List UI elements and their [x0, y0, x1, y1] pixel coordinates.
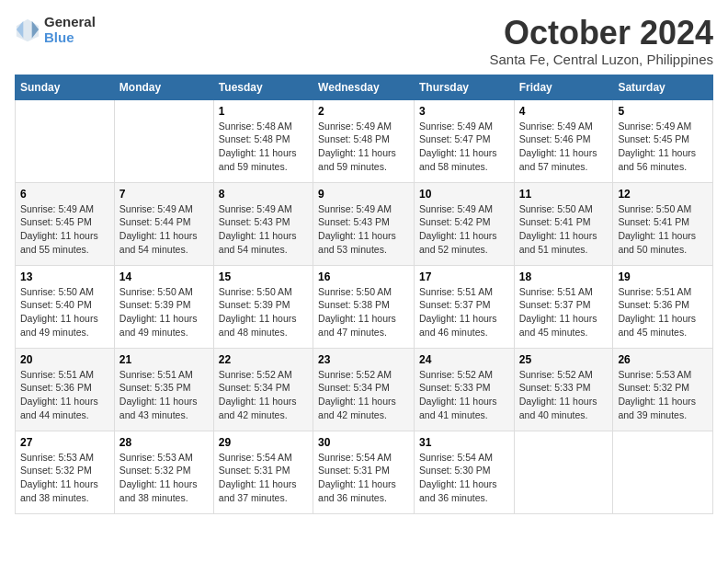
calendar-cell: 13Sunrise: 5:50 AM Sunset: 5:40 PM Dayli… — [16, 265, 115, 348]
day-info: Sunrise: 5:48 AM Sunset: 5:48 PM Dayligh… — [219, 120, 308, 174]
week-row-2: 13Sunrise: 5:50 AM Sunset: 5:40 PM Dayli… — [16, 265, 713, 348]
week-row-4: 27Sunrise: 5:53 AM Sunset: 5:32 PM Dayli… — [16, 431, 713, 513]
calendar-cell — [114, 99, 213, 182]
calendar-cell — [613, 431, 713, 513]
calendar-cell: 21Sunrise: 5:51 AM Sunset: 5:35 PM Dayli… — [114, 348, 213, 431]
calendar-cell — [514, 431, 613, 513]
day-number: 31 — [419, 436, 509, 449]
calendar-cell: 28Sunrise: 5:53 AM Sunset: 5:32 PM Dayli… — [114, 431, 213, 513]
calendar-cell: 30Sunrise: 5:54 AM Sunset: 5:31 PM Dayli… — [313, 431, 415, 513]
day-number: 8 — [219, 188, 308, 201]
day-info: Sunrise: 5:53 AM Sunset: 5:32 PM Dayligh… — [119, 451, 209, 505]
location-title: Santa Fe, Central Luzon, Philippines — [490, 52, 713, 67]
day-number: 19 — [618, 270, 708, 283]
calendar-cell: 16Sunrise: 5:50 AM Sunset: 5:38 PM Dayli… — [313, 265, 415, 348]
header-friday: Friday — [514, 75, 613, 99]
day-info: Sunrise: 5:49 AM Sunset: 5:48 PM Dayligh… — [318, 120, 409, 174]
day-number: 14 — [119, 270, 209, 283]
day-number: 3 — [419, 105, 509, 118]
calendar-cell: 22Sunrise: 5:52 AM Sunset: 5:34 PM Dayli… — [213, 348, 313, 431]
calendar-cell — [16, 99, 115, 182]
day-number: 6 — [20, 188, 109, 201]
day-number: 26 — [618, 353, 708, 366]
header-saturday: Saturday — [613, 75, 713, 99]
day-info: Sunrise: 5:51 AM Sunset: 5:37 PM Dayligh… — [519, 285, 609, 339]
day-info: Sunrise: 5:53 AM Sunset: 5:32 PM Dayligh… — [618, 368, 708, 422]
day-number: 18 — [519, 270, 609, 283]
calendar-cell: 11Sunrise: 5:50 AM Sunset: 5:41 PM Dayli… — [514, 182, 613, 265]
calendar-cell: 10Sunrise: 5:49 AM Sunset: 5:42 PM Dayli… — [414, 182, 514, 265]
day-info: Sunrise: 5:49 AM Sunset: 5:42 PM Dayligh… — [419, 202, 509, 257]
logo-blue: Blue — [44, 30, 96, 46]
day-info: Sunrise: 5:51 AM Sunset: 5:36 PM Dayligh… — [618, 285, 708, 339]
calendar-cell: 27Sunrise: 5:53 AM Sunset: 5:32 PM Dayli… — [16, 431, 115, 513]
header-monday: Monday — [114, 75, 213, 99]
day-info: Sunrise: 5:49 AM Sunset: 5:46 PM Dayligh… — [519, 120, 609, 174]
day-number: 30 — [318, 436, 409, 449]
day-number: 7 — [119, 188, 209, 201]
day-number: 17 — [419, 270, 509, 283]
calendar-cell: 17Sunrise: 5:51 AM Sunset: 5:37 PM Dayli… — [414, 265, 514, 348]
calendar-cell: 3Sunrise: 5:49 AM Sunset: 5:47 PM Daylig… — [414, 99, 514, 182]
calendar-cell: 29Sunrise: 5:54 AM Sunset: 5:31 PM Dayli… — [213, 431, 313, 513]
day-info: Sunrise: 5:49 AM Sunset: 5:47 PM Dayligh… — [419, 120, 509, 174]
day-info: Sunrise: 5:54 AM Sunset: 5:31 PM Dayligh… — [318, 451, 409, 505]
day-info: Sunrise: 5:49 AM Sunset: 5:43 PM Dayligh… — [318, 202, 409, 257]
day-number: 9 — [318, 188, 409, 201]
week-row-0: 1Sunrise: 5:48 AM Sunset: 5:48 PM Daylig… — [16, 99, 713, 182]
calendar-cell: 2Sunrise: 5:49 AM Sunset: 5:48 PM Daylig… — [313, 99, 415, 182]
day-info: Sunrise: 5:50 AM Sunset: 5:38 PM Dayligh… — [318, 285, 409, 339]
month-title: October 2024 — [490, 15, 713, 52]
day-number: 22 — [219, 353, 308, 366]
day-info: Sunrise: 5:51 AM Sunset: 5:37 PM Dayligh… — [419, 285, 509, 339]
calendar-cell: 14Sunrise: 5:50 AM Sunset: 5:39 PM Dayli… — [114, 265, 213, 348]
day-number: 28 — [119, 436, 209, 449]
week-row-1: 6Sunrise: 5:49 AM Sunset: 5:45 PM Daylig… — [16, 182, 713, 265]
day-number: 25 — [519, 353, 609, 366]
day-number: 24 — [419, 353, 509, 366]
page-header: General Blue October 2024 Santa Fe, Cent… — [15, 15, 713, 67]
day-info: Sunrise: 5:50 AM Sunset: 5:41 PM Dayligh… — [618, 202, 708, 257]
calendar-cell: 25Sunrise: 5:52 AM Sunset: 5:33 PM Dayli… — [514, 348, 613, 431]
calendar-cell: 12Sunrise: 5:50 AM Sunset: 5:41 PM Dayli… — [613, 182, 713, 265]
day-info: Sunrise: 5:50 AM Sunset: 5:40 PM Dayligh… — [20, 285, 109, 339]
day-number: 16 — [318, 270, 409, 283]
calendar-cell: 31Sunrise: 5:54 AM Sunset: 5:30 PM Dayli… — [414, 431, 514, 513]
day-number: 12 — [618, 188, 708, 201]
day-number: 29 — [219, 436, 308, 449]
logo-icon — [15, 17, 40, 43]
day-info: Sunrise: 5:49 AM Sunset: 5:43 PM Dayligh… — [219, 202, 308, 257]
calendar-cell: 5Sunrise: 5:49 AM Sunset: 5:45 PM Daylig… — [613, 99, 713, 182]
day-info: Sunrise: 5:49 AM Sunset: 5:45 PM Dayligh… — [20, 202, 109, 257]
logo-text: General Blue — [44, 15, 96, 45]
calendar-table: SundayMondayTuesdayWednesdayThursdayFrid… — [15, 75, 713, 514]
day-info: Sunrise: 5:52 AM Sunset: 5:34 PM Dayligh… — [219, 368, 308, 422]
day-info: Sunrise: 5:50 AM Sunset: 5:39 PM Dayligh… — [119, 285, 209, 339]
calendar-cell: 26Sunrise: 5:53 AM Sunset: 5:32 PM Dayli… — [613, 348, 713, 431]
calendar-cell: 24Sunrise: 5:52 AM Sunset: 5:33 PM Dayli… — [414, 348, 514, 431]
header-wednesday: Wednesday — [313, 75, 415, 99]
day-number: 27 — [20, 436, 109, 449]
day-info: Sunrise: 5:50 AM Sunset: 5:39 PM Dayligh… — [219, 285, 308, 339]
calendar-cell: 1Sunrise: 5:48 AM Sunset: 5:48 PM Daylig… — [213, 99, 313, 182]
header-thursday: Thursday — [414, 75, 514, 99]
day-info: Sunrise: 5:52 AM Sunset: 5:33 PM Dayligh… — [519, 368, 609, 422]
week-row-3: 20Sunrise: 5:51 AM Sunset: 5:36 PM Dayli… — [16, 348, 713, 431]
day-number: 23 — [318, 353, 409, 366]
calendar-cell: 23Sunrise: 5:52 AM Sunset: 5:34 PM Dayli… — [313, 348, 415, 431]
day-number: 10 — [419, 188, 509, 201]
day-number: 5 — [618, 105, 708, 118]
day-number: 2 — [318, 105, 409, 118]
day-info: Sunrise: 5:53 AM Sunset: 5:32 PM Dayligh… — [20, 451, 109, 505]
calendar-cell: 15Sunrise: 5:50 AM Sunset: 5:39 PM Dayli… — [213, 265, 313, 348]
calendar-cell: 9Sunrise: 5:49 AM Sunset: 5:43 PM Daylig… — [313, 182, 415, 265]
calendar-cell: 20Sunrise: 5:51 AM Sunset: 5:36 PM Dayli… — [16, 348, 115, 431]
day-number: 1 — [219, 105, 308, 118]
calendar-cell: 18Sunrise: 5:51 AM Sunset: 5:37 PM Dayli… — [514, 265, 613, 348]
logo-general: General — [44, 15, 96, 30]
day-number: 15 — [219, 270, 308, 283]
day-info: Sunrise: 5:54 AM Sunset: 5:30 PM Dayligh… — [419, 451, 509, 505]
day-info: Sunrise: 5:54 AM Sunset: 5:31 PM Dayligh… — [219, 451, 308, 505]
day-number: 13 — [20, 270, 109, 283]
day-info: Sunrise: 5:50 AM Sunset: 5:41 PM Dayligh… — [519, 202, 609, 257]
